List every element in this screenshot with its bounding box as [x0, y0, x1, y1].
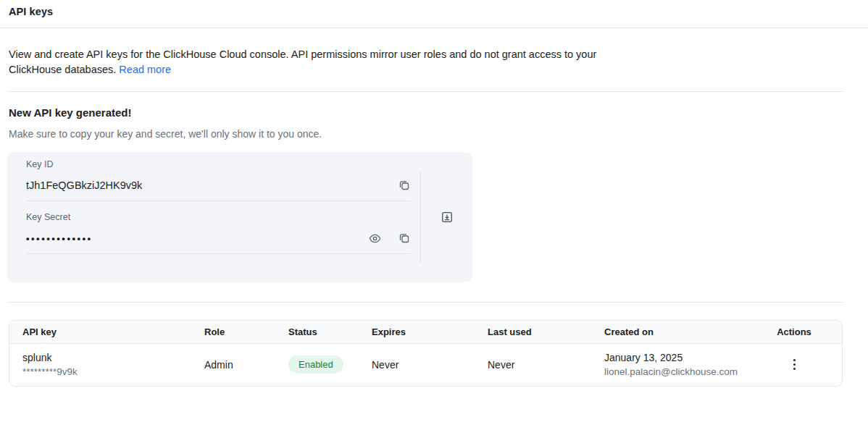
- key-panel: Key ID tJh1FeQGBkziJ2HK9v9k Key Secret •…: [7, 152, 472, 282]
- download-column: [421, 152, 472, 282]
- col-header-last-used: Last used: [475, 321, 591, 343]
- key-fields: Key ID tJh1FeQGBkziJ2HK9v9k Key Secret •…: [7, 152, 420, 282]
- copy-key-id-button[interactable]: [398, 180, 410, 191]
- section-divider: [7, 91, 844, 92]
- created-on-date: January 13, 2025: [604, 350, 756, 365]
- page-title: API keys: [9, 4, 859, 19]
- col-header-actions: Actions: [756, 321, 842, 343]
- created-by-email: lionel.palacin@clickhouse.com: [604, 365, 756, 379]
- col-header-created-on: Created on: [591, 321, 756, 343]
- new-key-banner: New API key generated! Make sure to copy…: [0, 106, 868, 282]
- api-key-masked: *********9v9k: [22, 365, 191, 379]
- key-id-actions: [398, 180, 410, 191]
- copy-secret-button[interactable]: [398, 232, 410, 244]
- api-key-cell: splunk *********9v9k: [9, 343, 191, 386]
- read-more-link[interactable]: Read more: [119, 64, 171, 75]
- key-id-field: Key ID tJh1FeQGBkziJ2HK9v9k: [26, 159, 410, 201]
- key-id-value: tJh1FeQGBkziJ2HK9v9k: [26, 180, 142, 191]
- status-badge: Enabled: [288, 355, 343, 374]
- col-header-api-key: API key: [9, 321, 191, 343]
- expires-cell: Never: [359, 343, 475, 386]
- role-cell: Admin: [191, 343, 275, 386]
- copy-icon: [398, 180, 410, 191]
- download-key-button[interactable]: [441, 211, 454, 224]
- api-keys-table-container: API key Role Status Expires Last used Cr…: [9, 320, 843, 387]
- banner-title: New API key generated!: [9, 106, 859, 120]
- reveal-secret-button[interactable]: [369, 232, 381, 245]
- header-divider: [0, 28, 868, 28]
- key-secret-masked-value: •••••••••••••: [26, 233, 93, 244]
- table-row: splunk *********9v9k Admin Enabled Never…: [9, 343, 842, 386]
- col-header-role: Role: [191, 321, 275, 343]
- page-description: View and create API keys for the ClickHo…: [9, 47, 601, 77]
- key-id-label: Key ID: [26, 159, 410, 170]
- description-text: View and create API keys for the ClickHo…: [9, 48, 596, 75]
- key-id-row: tJh1FeQGBkziJ2HK9v9k: [26, 170, 410, 201]
- key-secret-field: Key Secret •••••••••••••: [26, 201, 410, 254]
- table-header-row: API key Role Status Expires Last used Cr…: [9, 321, 842, 343]
- download-icon: [441, 211, 454, 224]
- eye-icon: [369, 232, 381, 245]
- copy-icon: [398, 232, 410, 244]
- actions-cell: [756, 343, 842, 386]
- table-section-divider: [7, 302, 844, 303]
- kebab-menu-icon: [793, 358, 796, 371]
- row-actions-kebab-button[interactable]: [790, 355, 799, 374]
- key-secret-actions: [369, 232, 410, 245]
- api-keys-table: API key Role Status Expires Last used Cr…: [9, 321, 842, 386]
- key-secret-label: Key Secret: [26, 212, 410, 223]
- banner-subtitle: Make sure to copy your key and secret, w…: [9, 127, 859, 141]
- col-header-expires: Expires: [359, 321, 475, 343]
- page-header: API keys: [0, 0, 868, 19]
- key-secret-row: •••••••••••••: [26, 223, 410, 253]
- col-header-status: Status: [275, 321, 359, 343]
- api-keys-page: API keys View and create API keys for th…: [0, 0, 868, 422]
- created-on-cell: January 13, 2025 lionel.palacin@clickhou…: [591, 343, 756, 386]
- api-key-name: splunk: [22, 350, 191, 365]
- status-cell: Enabled: [275, 343, 359, 386]
- last-used-cell: Never: [475, 343, 591, 386]
